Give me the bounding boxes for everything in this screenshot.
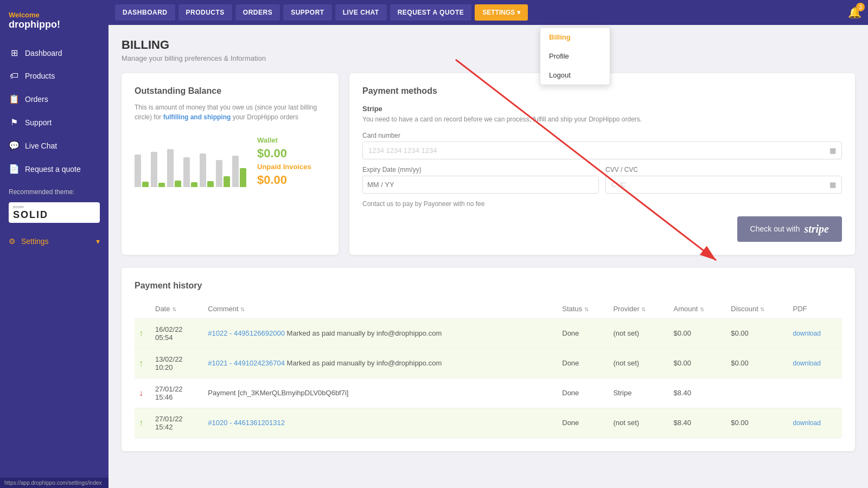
- settings-label: SETTINGS: [482, 9, 515, 16]
- top-navigation: DASHBOARD PRODUCTS ORDERS SUPPORT LIVE C…: [108, 0, 868, 25]
- sidebar-item-products[interactable]: 🏷 Products: [0, 65, 108, 87]
- row-provider: Stripe: [609, 378, 669, 408]
- table-row: ↑ 27/01/2215:42 #1020 - 4461361201312 Do…: [135, 408, 842, 438]
- nav-btn-support[interactable]: SUPPORT: [283, 4, 332, 21]
- support-icon: ⚑: [9, 117, 20, 127]
- nav-btn-orders[interactable]: ORDERS: [235, 4, 280, 21]
- nav-btn-livechat[interactable]: LIVE CHAT: [335, 4, 387, 21]
- sidebar-settings-item[interactable]: ⚙ Settings ▾: [0, 230, 108, 252]
- stripe-section-title: Stripe: [362, 105, 842, 113]
- user-name: drophippo!: [9, 19, 100, 30]
- wallet-label: Wallet: [257, 136, 311, 144]
- bar-gray: [151, 152, 157, 187]
- unpaid-amount: $0.00: [257, 173, 311, 187]
- row-pdf: download: [789, 318, 842, 348]
- bar-green: [191, 182, 197, 187]
- unpaid-label: Unpaid Invoices: [257, 163, 311, 171]
- bar-green: [240, 168, 246, 187]
- settings-gear-icon: ⚙: [9, 237, 16, 246]
- stripe-logo: stripe: [804, 223, 829, 235]
- card-icon: ▦: [829, 146, 836, 155]
- nav-btn-quote[interactable]: REQUEST A QUOTE: [390, 4, 472, 21]
- row-date: 16/02/2205:54: [151, 318, 203, 348]
- payment-card-title: Payment methods: [362, 86, 842, 96]
- pdf-download-link[interactable]: download: [793, 359, 821, 367]
- row-discount: $0.00: [726, 318, 788, 348]
- page-subtitle: Manage your billing preferences & Inform…: [122, 54, 855, 62]
- row-comment: #1022 - 4495126692000 Marked as paid man…: [203, 318, 558, 348]
- row-provider: (not set): [609, 348, 669, 378]
- pdf-download-link[interactable]: download: [793, 419, 821, 427]
- sidebar-item-support[interactable]: ⚑ Support: [0, 111, 108, 134]
- row-amount: $8.40: [669, 408, 726, 438]
- row-status: Done: [558, 348, 609, 378]
- bar-green: [207, 181, 214, 187]
- sidebar-url: https://app.drophippo.com/settings/index: [0, 478, 108, 488]
- notification-bell[interactable]: 🔔 3: [848, 6, 861, 19]
- pdf-download-link[interactable]: download: [793, 330, 821, 337]
- sidebar-item-livechat[interactable]: 💬 Live Chat: [0, 134, 108, 157]
- col-comment: Comment ⇅: [203, 299, 558, 319]
- col-amount: Amount ⇅: [669, 299, 726, 319]
- row-arrow-up-icon: ↑: [139, 358, 143, 368]
- payoneer-link-text: Contact us to pay by Payoneer with no fe…: [362, 200, 842, 208]
- comment-link[interactable]: #1020 - 4461361201312: [208, 419, 285, 427]
- cvv-icon: ▦: [829, 181, 836, 189]
- table-row: ↑ 16/02/2205:54 #1022 - 4495126692000 Ma…: [135, 318, 842, 348]
- row-discount: [726, 378, 788, 408]
- logo-sub-text: ecom: [13, 204, 24, 209]
- sidebar-item-quote[interactable]: 📄 Request a quote: [0, 157, 108, 181]
- balance-description: This is amount of money that you owe us …: [135, 102, 326, 122]
- col-status: Status ⇅: [558, 299, 609, 319]
- cvv-input-display: CVC ▦: [605, 176, 842, 194]
- sidebar-item-dashboard[interactable]: ⊞ Dashboard: [0, 41, 108, 65]
- stripe-checkout-button[interactable]: Check out with stripe: [737, 216, 842, 242]
- row-pdf: [789, 378, 842, 408]
- comment-link[interactable]: #1021 - 4491024236704: [208, 359, 285, 367]
- settings-chevron-icon: ▾: [96, 237, 100, 246]
- row-discount: $0.00: [726, 408, 788, 438]
- sidebar-item-label: Dashboard: [25, 49, 62, 57]
- balance-amounts: Wallet $0.00 Unpaid Invoices $0.00: [257, 136, 311, 187]
- col-arrow: [135, 299, 151, 319]
- payment-methods-card: Payment methods Stripe You need to have …: [349, 73, 855, 255]
- bar-group-7: [232, 156, 246, 187]
- sidebar-item-label: Orders: [25, 95, 48, 104]
- sidebar-item-orders[interactable]: 📋 Orders: [0, 87, 108, 111]
- sidebar-recommended-label: Recommended theme:: [0, 181, 108, 200]
- nav-btn-settings[interactable]: SETTINGS ▾: [475, 4, 528, 21]
- expiry-input[interactable]: [362, 176, 599, 194]
- notification-badge: 3: [856, 3, 865, 11]
- orders-icon: 📋: [9, 94, 20, 104]
- bar-green: [175, 181, 181, 187]
- nav-btn-dashboard[interactable]: DASHBOARD: [115, 4, 175, 21]
- row-provider: (not set): [609, 318, 669, 348]
- dropdown-item-billing[interactable]: Billing: [540, 28, 610, 47]
- stripe-description: You need to have a card on record before…: [362, 115, 842, 124]
- bar-gray: [183, 157, 190, 187]
- card-number-placeholder: 1234 1234 1234 1234: [368, 146, 437, 155]
- sidebar-item-label: Support: [25, 118, 52, 127]
- bar-gray: [135, 155, 141, 187]
- bar-green: [158, 183, 165, 187]
- payment-history-section: Payment history Date ⇅ Comment ⇅ Status …: [122, 268, 855, 451]
- bar-green: [142, 182, 149, 187]
- row-date: 13/02/2210:20: [151, 348, 203, 378]
- nav-btn-products[interactable]: PRODUCTS: [178, 4, 232, 21]
- card-number-label: Card number: [362, 132, 842, 139]
- main-area: DASHBOARD PRODUCTS ORDERS SUPPORT LIVE C…: [108, 0, 868, 488]
- comment-link[interactable]: #1022 - 4495126692000: [208, 329, 285, 337]
- bar-group-5: [200, 153, 214, 187]
- card-number-input-display: 1234 1234 1234 1234 ▦: [362, 142, 842, 159]
- expiry-cvv-row: Expiry Date (mm/yy) CVV / CVC CVC ▦: [362, 166, 842, 200]
- dropdown-item-profile[interactable]: Profile: [540, 47, 610, 66]
- bar-group-4: [183, 157, 197, 187]
- col-discount: Discount ⇅: [726, 299, 788, 319]
- logo-main-text: SOLID: [13, 209, 48, 221]
- row-amount: $0.00: [669, 318, 726, 348]
- cvv-placeholder: CVC: [611, 181, 626, 189]
- dropdown-item-logout[interactable]: Logout: [540, 66, 610, 85]
- products-icon: 🏷: [9, 71, 20, 81]
- sidebar-settings-label: Settings: [21, 237, 49, 246]
- page-content: BILLING Manage your billing preferences …: [108, 25, 868, 488]
